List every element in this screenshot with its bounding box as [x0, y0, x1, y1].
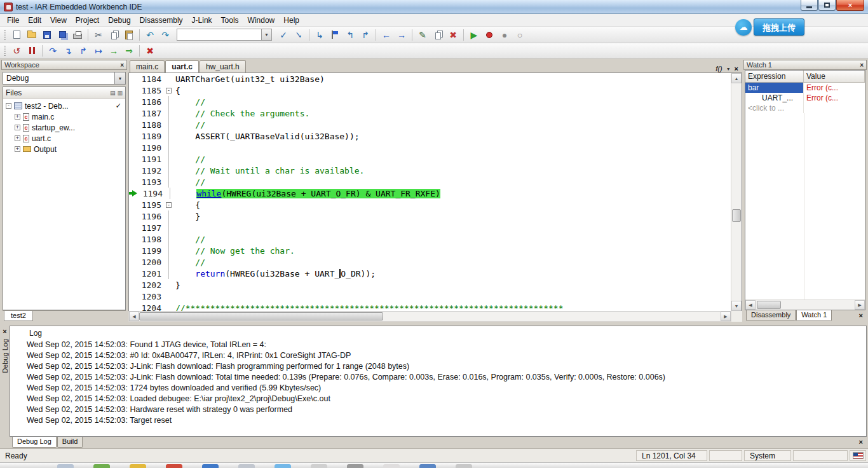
menu-edit[interactable]: Edit [24, 15, 46, 26]
expression-column-header[interactable]: Expression [745, 71, 804, 82]
code-text[interactable]: // [173, 177, 731, 187]
save-all-button[interactable] [55, 28, 70, 42]
chevron-down-icon[interactable]: ▼ [261, 29, 271, 40]
horizontal-scroll-track[interactable] [139, 312, 721, 321]
editor-horizontal-scrollbar[interactable]: ◀ ▶ [128, 311, 731, 322]
log-tab-build[interactable]: Build [57, 437, 83, 448]
toggle-breakpoint-button[interactable] [482, 28, 497, 42]
run-to-cursor-button[interactable]: → [106, 44, 121, 58]
taskbar-icon[interactable] [238, 464, 255, 468]
save-button[interactable] [39, 28, 55, 42]
windows-taskbar[interactable] [0, 462, 868, 468]
find-combobox[interactable]: ▼ [177, 29, 272, 41]
scroll-right-icon[interactable]: ▶ [855, 300, 865, 310]
debugger-tab-watch-1[interactable]: Watch 1 [796, 310, 832, 321]
print-button[interactable] [70, 28, 85, 42]
paste-button[interactable] [121, 28, 137, 42]
watch-close-icon[interactable]: × [860, 62, 864, 69]
reset-button[interactable]: ↺ [9, 44, 24, 58]
undo-button[interactable]: ↶ [142, 28, 158, 42]
chevron-down-icon[interactable]: ▼ [726, 67, 731, 71]
configuration-dropdown[interactable]: Debug ▼ [3, 72, 126, 85]
code-text[interactable]: // [173, 235, 731, 244]
menu-project[interactable]: Project [71, 15, 104, 26]
previous-bookmark-button[interactable]: ↰ [342, 28, 358, 42]
menu-disassembly[interactable]: Disassembly [135, 15, 187, 26]
log-tab-debug-log[interactable]: Debug Log [12, 437, 57, 448]
navigate-backward-button[interactable]: ← [379, 28, 394, 42]
files-column-icon[interactable]: ▤ [110, 90, 116, 96]
editor-tab-uart-c[interactable]: uart.c [165, 60, 199, 72]
code-text[interactable]: // Wait until a char is available. [173, 166, 731, 176]
watch-scroll-track[interactable] [756, 300, 855, 310]
new-document-button[interactable] [9, 28, 24, 42]
code-text[interactable]: UARTCharGet(uint32_t ui32Base) [173, 74, 731, 84]
enable-breakpoints-button[interactable]: ● [497, 28, 512, 42]
menu-help[interactable]: Help [279, 15, 304, 26]
menu-j-link[interactable]: J-Link [187, 15, 217, 26]
toolbar-grip[interactable] [4, 30, 6, 40]
compile-button[interactable]: ✎ [415, 28, 430, 42]
editor-close-icon[interactable]: × [735, 65, 738, 72]
value-column-header[interactable]: Value [804, 71, 865, 82]
watch-row[interactable]: UART_...Error (c... [745, 93, 865, 103]
minimize-button[interactable] [801, 0, 818, 11]
taskbar-icon[interactable] [383, 464, 400, 468]
breakpoint-margin[interactable] [129, 279, 139, 291]
watch-scroll-thumb[interactable] [757, 301, 781, 309]
stop-debugging-button[interactable]: ✖ [142, 44, 158, 58]
find-next-button[interactable]: ✓ [276, 28, 291, 42]
breakpoint-margin[interactable] [129, 245, 139, 256]
tree-expander-icon[interactable]: + [15, 114, 20, 120]
watch-expression[interactable]: <click to ... [745, 103, 804, 113]
menu-tools[interactable]: Tools [217, 15, 243, 26]
scroll-right-icon[interactable]: ▶ [721, 312, 731, 321]
code-text[interactable]: } [173, 280, 731, 290]
stop-build-button[interactable]: ✖ [445, 28, 461, 42]
breakpoint-margin[interactable] [129, 302, 139, 311]
taskbar-icon[interactable] [347, 464, 363, 468]
breakpoint-margin[interactable] [129, 85, 139, 96]
tree-expander-icon[interactable]: - [6, 103, 11, 109]
toolbar-grip[interactable] [4, 46, 6, 56]
disable-breakpoints-button[interactable]: ○ [512, 28, 527, 42]
make-button[interactable] [430, 28, 445, 42]
scroll-down-icon[interactable]: ▼ [731, 301, 742, 311]
code-text[interactable]: //**************************************… [173, 303, 731, 312]
titlebar[interactable]: test - IAR Embedded Workbench IDE × [0, 0, 868, 14]
editor-vertical-scrollbar[interactable]: ▲ ▼ [731, 73, 742, 311]
watch-expression[interactable]: bar [745, 83, 804, 93]
scroll-left-icon[interactable]: ◀ [129, 312, 139, 321]
vertical-scroll-track[interactable] [731, 83, 742, 301]
breakpoint-margin[interactable] [129, 188, 140, 199]
breakpoint-margin[interactable] [129, 233, 139, 245]
navigate-forward-button[interactable]: → [394, 28, 409, 42]
breakpoint-margin[interactable] [129, 210, 139, 222]
download-and-debug-button[interactable]: ▶ [466, 28, 482, 42]
watch-expression[interactable]: UART_... [745, 93, 804, 103]
code-text[interactable]: ASSERT(_UARTBaseValid(ui32Base)); [173, 132, 731, 141]
code-text[interactable]: // [173, 258, 731, 267]
maximize-button[interactable] [818, 0, 836, 11]
tree-item-uart-c[interactable]: +cuart.c [3, 133, 125, 144]
breakpoint-margin[interactable] [129, 119, 139, 130]
open-file-button[interactable] [24, 28, 39, 42]
code-text[interactable]: // Check the arguments. [173, 109, 731, 118]
tree-expander-icon[interactable]: + [15, 146, 20, 152]
breakpoint-margin[interactable] [129, 107, 139, 119]
debugger-tab-disassembly[interactable]: Disassembly [746, 310, 796, 321]
taskbar-icon[interactable] [275, 464, 291, 468]
breakpoint-margin[interactable] [129, 153, 139, 165]
find-previous-button[interactable]: ✓ [291, 28, 306, 42]
code-text[interactable]: // [173, 97, 731, 107]
step-out-button[interactable]: ↱ [76, 44, 91, 58]
breakpoint-margin[interactable] [129, 165, 139, 176]
step-over-button[interactable]: ↷ [45, 44, 60, 58]
taskbar-icon[interactable] [311, 464, 327, 468]
taskbar-icon[interactable] [456, 464, 472, 468]
code-text[interactable]: // [173, 120, 731, 130]
editor-tab-hw-uart-h[interactable]: hw_uart.h [200, 60, 246, 72]
code-text[interactable]: return(HWREG(ui32Base + UART_O_DR)); [173, 269, 731, 279]
tree-item-startup-ew[interactable]: +cstartup_ew... [3, 122, 125, 133]
workspace-close-icon[interactable]: × [120, 62, 124, 69]
